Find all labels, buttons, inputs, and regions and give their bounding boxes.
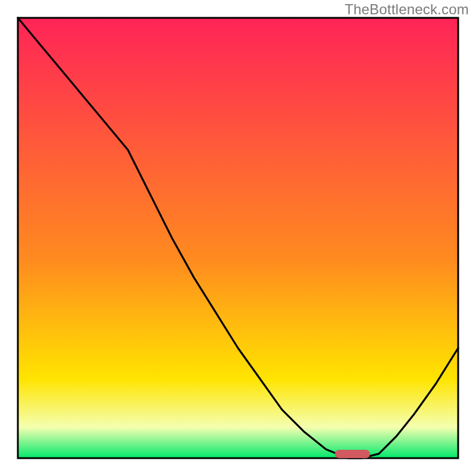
watermark-text: TheBottleneck.com xyxy=(345,1,469,18)
chart-svg xyxy=(0,0,476,476)
plot-gradient-area xyxy=(18,18,458,458)
optimal-marker xyxy=(335,450,370,458)
chart-frame: TheBottleneck.com xyxy=(0,0,476,476)
